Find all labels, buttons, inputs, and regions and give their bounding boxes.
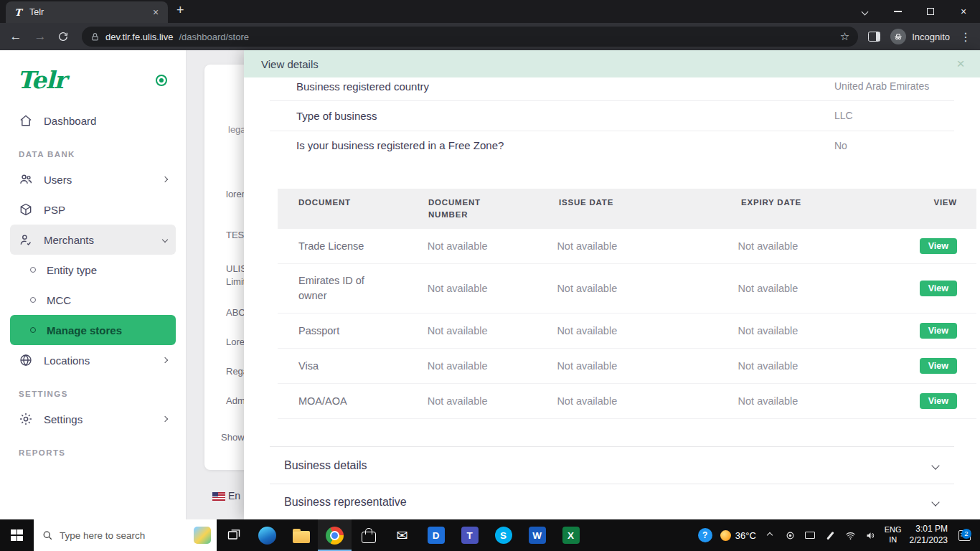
show-hidden-icons-button[interactable] bbox=[764, 529, 776, 542]
sidebar-collapse-icon[interactable] bbox=[156, 75, 167, 86]
browser-menu-icon[interactable]: ⋮ bbox=[960, 30, 971, 44]
section-business-representative[interactable]: Business representative bbox=[270, 484, 954, 519]
globe-icon bbox=[19, 353, 33, 367]
chevron-down-icon bbox=[931, 461, 939, 469]
sidebar-item-label: Locations bbox=[44, 354, 90, 367]
taskbar-app-word[interactable]: W bbox=[520, 519, 554, 551]
target-tray-icon[interactable] bbox=[784, 529, 796, 542]
skype-icon: S bbox=[495, 527, 512, 544]
chevron-right-icon bbox=[162, 176, 168, 182]
address-bar[interactable]: dev.tlr.fe.ulis.live/dashboard/store ☆ bbox=[82, 27, 858, 47]
close-window-button[interactable]: × bbox=[947, 0, 980, 23]
maximize-icon bbox=[927, 8, 934, 15]
view-button[interactable]: View bbox=[920, 281, 957, 296]
help-icon[interactable]: ? bbox=[698, 528, 712, 542]
section-business-details[interactable]: Business details bbox=[270, 446, 954, 484]
excel-icon: X bbox=[562, 527, 580, 544]
start-button[interactable] bbox=[0, 519, 34, 551]
maximize-button[interactable] bbox=[914, 0, 947, 23]
close-icon[interactable]: × bbox=[953, 56, 969, 72]
taskbar-app-store[interactable] bbox=[352, 519, 385, 551]
task-view-button[interactable] bbox=[217, 519, 250, 551]
page-background: legal lorem TEST ULIS Limit ABC Lore Reg… bbox=[187, 50, 244, 519]
taskbar-app-mail[interactable]: ✉ bbox=[385, 519, 419, 551]
sidebar-item-mcc[interactable]: MCC bbox=[10, 285, 176, 315]
chevron-right-icon bbox=[162, 416, 168, 422]
business-details-list: Business registered country United Arab … bbox=[270, 77, 954, 160]
teams-icon: T bbox=[461, 527, 479, 544]
table-row: Passport Not available Not available Not… bbox=[278, 314, 976, 349]
document-name: Emirates ID of owner bbox=[298, 273, 428, 303]
network-tray-icon[interactable] bbox=[844, 529, 857, 542]
sidebar-section-data-bank: DATA BANK bbox=[19, 150, 167, 159]
reload-button[interactable] bbox=[57, 31, 72, 42]
windows-taskbar: ✉ D T S W X ? 36°C ENG I bbox=[0, 519, 980, 551]
document-number: Not available bbox=[428, 395, 557, 407]
back-button[interactable]: ← bbox=[9, 29, 23, 44]
taskbar-app-excel[interactable]: X bbox=[554, 519, 588, 551]
minimize-button[interactable] bbox=[881, 0, 914, 23]
search-icon bbox=[42, 530, 53, 541]
sidebar-item-manage-stores[interactable]: Manage stores bbox=[10, 315, 176, 345]
bookmark-star-icon[interactable]: ☆ bbox=[840, 30, 849, 43]
view-button[interactable]: View bbox=[920, 323, 957, 339]
view-button[interactable]: View bbox=[920, 238, 957, 254]
forward-button[interactable]: → bbox=[33, 29, 47, 44]
view-button[interactable]: View bbox=[920, 393, 957, 409]
pen-tray-icon[interactable] bbox=[824, 529, 837, 542]
view-button[interactable]: View bbox=[920, 358, 957, 374]
search-highlight-icon[interactable] bbox=[194, 527, 211, 544]
sidebar-item-psp[interactable]: PSP bbox=[10, 194, 176, 225]
box-icon bbox=[19, 202, 33, 217]
word-icon: W bbox=[529, 527, 546, 544]
tab-strip: T Telr × + × bbox=[0, 0, 980, 23]
expiry-date: Not available bbox=[738, 395, 920, 407]
sidebar-item-merchants[interactable]: Merchants bbox=[10, 225, 176, 255]
sidebar-item-users[interactable]: Users bbox=[10, 164, 176, 194]
table-row: Trade License Not available Not availabl… bbox=[278, 229, 976, 264]
background-text: lorem bbox=[226, 189, 244, 199]
incognito-icon bbox=[890, 29, 906, 44]
language-secondary: IN bbox=[885, 535, 902, 545]
url-domain: dev.tlr.fe.ulis.live bbox=[105, 32, 173, 42]
issue-date: Not available bbox=[557, 240, 738, 252]
taskbar-app-teams[interactable]: T bbox=[453, 519, 486, 551]
clock[interactable]: 3:01 PM 2/21/2023 bbox=[910, 524, 948, 546]
documents-table: DOCUMENT DOCUMENT NUMBER ISSUE DATE EXPI… bbox=[278, 189, 976, 420]
detail-label: Is your business registered in a Free Zo… bbox=[270, 139, 834, 151]
taskbar-app-chrome[interactable] bbox=[318, 519, 352, 551]
volume-tray-icon[interactable] bbox=[864, 529, 877, 542]
background-text: TEST bbox=[226, 230, 244, 240]
sidebar-item-label: Merchants bbox=[44, 234, 94, 246]
sun-icon bbox=[720, 530, 731, 541]
taskbar-app-blue[interactable]: D bbox=[419, 519, 453, 551]
tab-close-icon[interactable]: × bbox=[150, 6, 161, 18]
sidebar-item-label: Entity type bbox=[47, 264, 97, 276]
microsoft-store-icon bbox=[362, 532, 376, 543]
taskbar-app-edge[interactable] bbox=[250, 519, 284, 551]
edge-icon bbox=[258, 527, 276, 545]
action-center-button[interactable]: 2 bbox=[956, 529, 973, 542]
taskbar-app-file-explorer[interactable] bbox=[284, 519, 318, 551]
display-tray-icon[interactable] bbox=[804, 529, 816, 542]
sidebar-item-dashboard[interactable]: Dashboard bbox=[10, 105, 176, 136]
browser-toolbar: ← → dev.tlr.fe.ulis.live/dashboard/store… bbox=[0, 23, 980, 50]
new-tab-button[interactable]: + bbox=[176, 3, 184, 18]
language-indicator[interactable]: ENG IN bbox=[885, 525, 902, 545]
sidebar-item-label: Users bbox=[44, 174, 72, 186]
window-controls: × bbox=[848, 0, 980, 23]
taskbar-search[interactable] bbox=[34, 519, 217, 551]
browser-tab[interactable]: T Telr × bbox=[6, 1, 168, 23]
tab-title: Telr bbox=[29, 7, 44, 17]
search-input[interactable] bbox=[60, 530, 187, 541]
taskbar-app-skype[interactable]: S bbox=[486, 519, 520, 551]
tab-search-button[interactable] bbox=[848, 0, 881, 23]
sidebar-nav: Dashboard DATA BANK Users PSP Merchants … bbox=[0, 101, 186, 457]
sidebar-item-locations[interactable]: Locations bbox=[10, 345, 176, 375]
weather-widget[interactable]: 36°C bbox=[720, 530, 756, 541]
detail-value: LLC bbox=[834, 108, 954, 123]
sidebar-item-settings[interactable]: Settings bbox=[10, 404, 176, 434]
sidebar-item-entity-type[interactable]: Entity type bbox=[10, 255, 176, 285]
side-panel-icon[interactable] bbox=[868, 32, 880, 42]
table-header-row: DOCUMENT DOCUMENT NUMBER ISSUE DATE EXPI… bbox=[278, 189, 976, 230]
